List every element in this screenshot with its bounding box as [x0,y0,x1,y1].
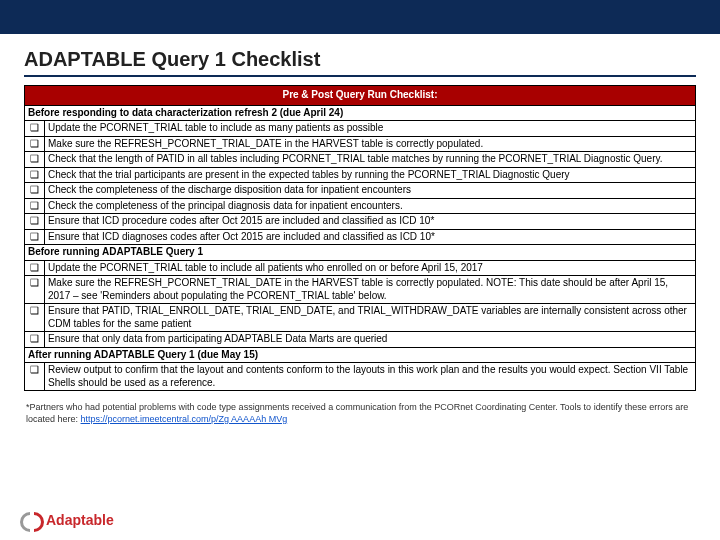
item-text: Ensure that ICD diagnoses codes after Oc… [45,229,696,245]
section-row: After running ADAPTABLE Query 1 (due May… [25,347,696,363]
checklist-item: ❑Ensure that ICD diagnoses codes after O… [25,229,696,245]
checklist-item: ❑Check that the length of PATID in all t… [25,152,696,168]
checkbox-icon: ❑ [25,276,45,304]
table-header-cell: Pre & Post Query Run Checklist: [25,86,696,106]
checklist-table: Pre & Post Query Run Checklist: Before r… [24,85,696,391]
checklist-item: ❑Update the PCORNET_TRIAL table to inclu… [25,260,696,276]
checkbox-icon: ❑ [25,198,45,214]
section-label: After running ADAPTABLE Query 1 (due May… [25,347,696,363]
checklist-item: ❑Check that the trial participants are p… [25,167,696,183]
checkbox-icon: ❑ [25,152,45,168]
checklist-item: ❑Ensure that ICD procedure codes after O… [25,214,696,230]
section-row: Before responding to data characterizati… [25,105,696,121]
footer: Adaptable [20,510,114,530]
checklist-item: ❑Ensure that PATID, TRIAL_ENROLL_DATE, T… [25,304,696,332]
item-text: Ensure that ICD procedure codes after Oc… [45,214,696,230]
item-text: Make sure the REFRESH_PCORNET_TRIAL_DATE… [45,276,696,304]
footnote-link[interactable]: https://pcornet.imeetcentral.com/p/Zg AA… [81,414,288,424]
brand-name: Adaptable [46,512,114,528]
checkbox-icon: ❑ [25,304,45,332]
checklist-item: ❑Update the PCORNET_TRIAL table to inclu… [25,121,696,137]
checkbox-icon: ❑ [25,363,45,391]
item-text: Review output to confirm that the layout… [45,363,696,391]
item-text: Ensure that only data from participating… [45,332,696,348]
item-text: Check that the length of PATID in all ta… [45,152,696,168]
checkbox-icon: ❑ [25,214,45,230]
checklist-item: ❑Ensure that only data from participatin… [25,332,696,348]
checkbox-icon: ❑ [25,183,45,199]
section-label: Before responding to data characterizati… [25,105,696,121]
section-label: Before running ADAPTABLE Query 1 [25,245,696,261]
checkbox-icon: ❑ [25,260,45,276]
content-area: ADAPTABLE Query 1 Checklist Pre & Post Q… [0,34,720,425]
item-text: Check that the trial participants are pr… [45,167,696,183]
checklist-item: ❑Check the completeness of the principal… [25,198,696,214]
top-bar [0,0,720,34]
table-header-row: Pre & Post Query Run Checklist: [25,86,696,106]
checkbox-icon: ❑ [25,121,45,137]
section-row: Before running ADAPTABLE Query 1 [25,245,696,261]
page-title: ADAPTABLE Query 1 Checklist [24,48,696,77]
adaptable-logo-icon [20,510,40,530]
checklist-item: ❑Review output to confirm that the layou… [25,363,696,391]
checkbox-icon: ❑ [25,229,45,245]
item-text: Make sure the REFRESH_PCORNET_TRIAL_DATE… [45,136,696,152]
checkbox-icon: ❑ [25,167,45,183]
checklist-item: ❑Make sure the REFRESH_PCORNET_TRIAL_DAT… [25,276,696,304]
checkbox-icon: ❑ [25,332,45,348]
checklist-item: ❑Check the completeness of the discharge… [25,183,696,199]
footnote: *Partners who had potential problems wit… [24,401,696,425]
checklist-item: ❑Make sure the REFRESH_PCORNET_TRIAL_DAT… [25,136,696,152]
item-text: Ensure that PATID, TRIAL_ENROLL_DATE, TR… [45,304,696,332]
item-text: Update the PCORNET_TRIAL table to includ… [45,121,696,137]
checkbox-icon: ❑ [25,136,45,152]
item-text: Check the completeness of the principal … [45,198,696,214]
item-text: Check the completeness of the discharge … [45,183,696,199]
item-text: Update the PCORNET_TRIAL table to includ… [45,260,696,276]
